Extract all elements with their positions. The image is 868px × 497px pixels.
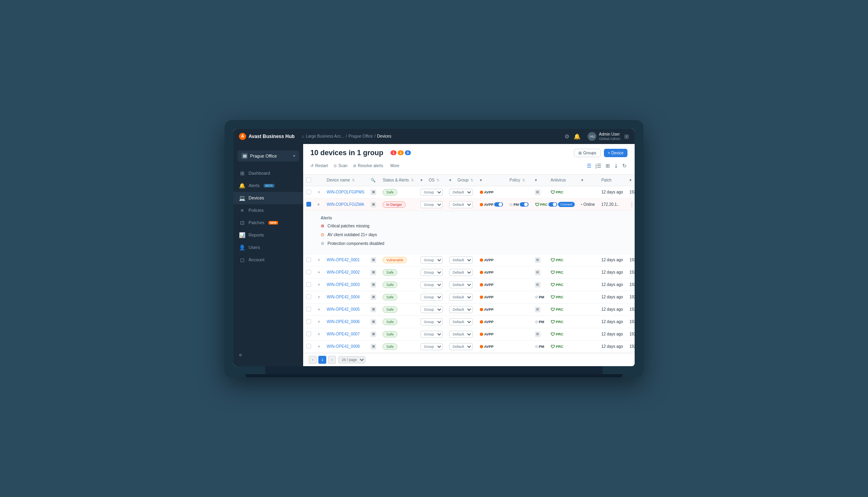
- cell-policy[interactable]: Default: [446, 198, 477, 211]
- grid-icon[interactable]: ⊞: [624, 133, 629, 140]
- col-antivirus-filter[interactable]: ▾: [578, 175, 598, 186]
- col-checkbox: [303, 175, 314, 186]
- devices-table: Device name ⇅ 🔍 Status & Alerts ⇅ ▾ OS ⇅…: [303, 175, 635, 353]
- more-button[interactable]: More: [390, 164, 399, 168]
- sidebar-item-users[interactable]: 👤 Users: [233, 241, 303, 254]
- cell-row-actions[interactable]: ⋮: [626, 198, 635, 211]
- notifications-icon[interactable]: 🔔: [574, 133, 580, 140]
- groups-button[interactable]: ⊞ Groups: [574, 149, 601, 157]
- view-list-button[interactable]: ☰: [586, 162, 592, 170]
- col-os[interactable]: OS ⇅: [426, 175, 446, 186]
- groups-icon: ⊞: [578, 151, 582, 155]
- restart-button[interactable]: ↺ Restart: [310, 164, 328, 168]
- office-selector[interactable]: 🏢 Prague Office ▾: [237, 150, 299, 162]
- view-columns-button[interactable]: |☰: [595, 162, 602, 170]
- cell-status: In Danger: [379, 198, 417, 211]
- sidebar-item-policies[interactable]: ≡ Policies: [233, 204, 303, 217]
- alert-row-1: ⊗ Critical patches missing 6 Min View pa…: [321, 223, 635, 230]
- col-patch[interactable]: Patch: [598, 175, 626, 186]
- shield-alert-icon: ⊛: [321, 241, 324, 246]
- cell-name[interactable]: WIN-O3POLFGIPMS: [324, 186, 367, 198]
- sidebar-item-patches[interactable]: ⊡ Patches NEW: [233, 217, 303, 229]
- collapse-sidebar-button[interactable]: «: [239, 351, 242, 358]
- scan-icon: ⊙: [333, 164, 337, 168]
- page-1-button[interactable]: 1: [318, 356, 326, 364]
- col-antivirus[interactable]: Antivirus: [547, 175, 578, 186]
- toolbar-row: ↺ Restart ⊙ Scan ⊘ Resolve alerts: [310, 160, 627, 171]
- table-row: + WIN-OPE42_0003 ⊞ Safe Group Default AV…: [303, 278, 635, 291]
- col-os-filter[interactable]: ▾: [446, 175, 454, 186]
- cell-os-icon: ⊞: [367, 186, 379, 198]
- cell-checkbox[interactable]: [303, 198, 314, 211]
- col-status-filter[interactable]: ▾: [417, 175, 426, 186]
- refresh-button[interactable]: ↻: [621, 162, 627, 170]
- sidebar-item-reports[interactable]: 📊 Reports: [233, 229, 303, 241]
- connect-button[interactable]: Connect: [558, 202, 575, 207]
- av-label: AVPP: [484, 203, 493, 207]
- sidebar-item-devices[interactable]: 💻 Devices: [233, 192, 303, 204]
- breadcrumb: ⌂ Large Business Acc... / Prague Office …: [302, 134, 565, 138]
- resolve-label: Resolve alerts: [358, 164, 383, 168]
- windows-icon: ⊞: [371, 202, 376, 207]
- cell-expand[interactable]: ▾: [314, 198, 324, 211]
- title-left: 10 devices in 1 group 1 1 8: [310, 149, 411, 157]
- cell-checkbox[interactable]: [303, 186, 314, 198]
- page-nav: ‹ 1 ›: [309, 356, 336, 364]
- cell-group[interactable]: Group: [417, 198, 446, 211]
- top-nav: A Avast Business Hub ⌂ Large Business Ac…: [233, 129, 635, 144]
- sidebar-item-dashboard[interactable]: ⊞ Dashboard: [233, 167, 303, 179]
- prev-page-button[interactable]: ‹: [309, 356, 317, 364]
- view-grid-button[interactable]: ⊞: [605, 162, 611, 170]
- add-device-button[interactable]: + Device: [604, 149, 627, 157]
- select-all-checkbox[interactable]: [306, 178, 311, 182]
- page-size-selector[interactable]: 25 / page: [338, 356, 365, 363]
- alerts-icon: 🔔: [239, 183, 245, 189]
- breadcrumb-item-2[interactable]: Prague Office: [349, 134, 373, 138]
- cell-ip: 172.20.1..: [598, 198, 626, 211]
- sidebar-item-account[interactable]: ◻ Account: [233, 254, 303, 266]
- cell-name[interactable]: WIN-O3POLFGIZMA: [324, 198, 367, 211]
- col-group[interactable]: Group ⇅: [454, 175, 477, 186]
- users-icon: 👤: [239, 245, 245, 250]
- cell-group[interactable]: Group: [417, 186, 446, 198]
- nav-label-account: Account: [249, 257, 264, 262]
- sidebar-item-alerts[interactable]: 🔔 Alerts BETA: [233, 179, 303, 192]
- cell-ip: 192.168..: [626, 186, 635, 198]
- cell-policy[interactable]: Default: [446, 186, 477, 198]
- laptop-base: [245, 374, 623, 377]
- alert-row-3: ⊛ Protection components disabled 1 Week …: [321, 240, 635, 247]
- next-page-button[interactable]: ›: [328, 356, 336, 364]
- account-icon: ◻: [239, 257, 245, 263]
- col-policy-filter[interactable]: ▾: [532, 175, 548, 186]
- cell-expand[interactable]: +: [314, 186, 324, 198]
- col-device-name[interactable]: Device name ⇅: [324, 175, 367, 186]
- col-policy[interactable]: Policy ⇅: [506, 175, 532, 186]
- brand-name: Avast Business Hub: [249, 134, 295, 139]
- breadcrumb-item-1[interactable]: Large Business Acc...: [306, 134, 344, 138]
- settings-icon[interactable]: ⚙: [564, 133, 570, 140]
- scan-label: Scan: [338, 164, 347, 168]
- col-search[interactable]: 🔍: [367, 175, 379, 186]
- scan-button[interactable]: ⊙ Scan: [333, 164, 347, 168]
- av-indicator: [480, 191, 483, 194]
- col-patch-filter[interactable]: ▾: [626, 175, 635, 186]
- nav-label-devices: Devices: [249, 195, 264, 200]
- av-toggle[interactable]: [494, 202, 503, 207]
- devices-icon: 💻: [239, 195, 245, 201]
- download-button[interactable]: ⤓: [613, 162, 619, 170]
- avast-logo-icon: A: [239, 133, 246, 140]
- col-status[interactable]: Status & Alerts ⇅: [379, 175, 417, 186]
- prc-toggle[interactable]: [548, 202, 557, 207]
- col-group-filter[interactable]: ▾: [477, 175, 506, 186]
- main-layout: 🏢 Prague Office ▾ ⊞ Dashboard 🔔 Alerts B…: [233, 144, 635, 366]
- prc-label: PRC: [556, 190, 563, 194]
- breadcrumb-sep-1: /: [346, 134, 347, 138]
- nav-label-policies: Policies: [249, 208, 264, 213]
- table-header-row: Device name ⇅ 🔍 Status & Alerts ⇅ ▾ OS ⇅…: [303, 175, 635, 186]
- critical-alert-icon: ⊗: [321, 223, 324, 229]
- resolve-alerts-button[interactable]: ⊘ Resolve alerts: [353, 164, 383, 168]
- nav-label-patches: Patches: [249, 220, 264, 225]
- pm-toggle[interactable]: [520, 202, 529, 207]
- title-badges: 1 1 8: [391, 150, 411, 155]
- restart-icon: ↺: [310, 164, 314, 168]
